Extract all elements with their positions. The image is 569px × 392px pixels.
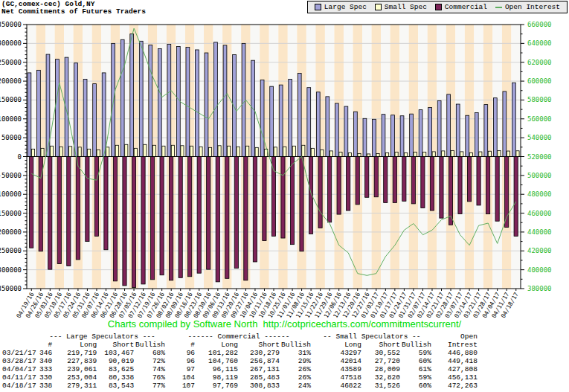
bar-commercial [411,157,415,204]
table-cell: 59% [401,349,432,357]
bar-small-spec [274,147,277,157]
bar-small-spec [218,146,221,157]
bar-small-spec [283,147,286,156]
bar-small-spec [50,146,53,156]
bar-large-spec [176,46,180,156]
bar-small-spec [78,147,81,157]
bar-commercial [123,157,126,286]
left-axis-label: -300000 [0,266,22,274]
bar-commercial [263,157,266,241]
bar-small-spec [339,152,342,156]
left-axis-label: -100000 [0,190,22,198]
bar-large-spec [373,119,376,156]
bar-large-spec [270,86,274,156]
bar-small-spec [144,144,147,156]
bar-large-spec [149,45,152,156]
bar-commercial [67,157,71,266]
bar-large-spec [167,44,171,156]
table-cell: 96 [166,357,196,365]
bar-commercial [113,157,117,281]
bar-commercial [48,157,52,270]
bar-commercial [421,157,425,208]
bar-small-spec [423,152,426,156]
right-axis-label: 560000 [527,115,552,123]
cot-report-page: (GC,comex-cec) Gold,NY Net Commitments o… [0,0,569,392]
table-cell: 346 [39,349,53,357]
bar-commercial [281,157,285,239]
bar-commercial [495,157,499,222]
table-cell: 03/28/17 [1,357,39,365]
table-group-header-row: --- Large Speculators --------- Commerci… [1,332,478,341]
bar-commercial [179,157,182,278]
table-cell: 29% [280,357,312,365]
table-cell: 72% [135,357,166,365]
table-header-cell: --- Large Speculators --- [39,332,166,341]
bar-large-spec [223,45,227,157]
table-cell: 43589 [312,365,362,373]
bar-large-spec [335,103,338,157]
bar-small-spec [199,147,202,156]
bar-small-spec [190,146,193,156]
bar-large-spec [410,114,414,156]
bar-small-spec [442,151,445,157]
table-cell: 04/18/17 [1,382,39,390]
bar-small-spec [516,151,519,157]
bar-large-spec [400,116,404,157]
left-axis-label: 0 [18,153,22,161]
right-axis-label: 640000 [527,39,552,47]
table-cell: 279,311 [53,382,97,390]
bar-commercial [86,157,89,242]
table-cell: 77% [135,382,166,390]
table-cell: 103,467 [97,349,135,357]
bar-large-spec [130,34,134,157]
right-axis-label: 380000 [527,285,552,292]
table-header-cell: Long [196,341,239,349]
table-cell: 26% [280,365,312,373]
bar-commercial [384,157,388,203]
bar-commercial [402,157,406,202]
right-axis-label: 540000 [527,134,552,141]
table-cell: 472,263 [432,382,478,390]
bar-large-spec [56,60,60,157]
bar-large-spec [437,100,441,156]
table-cell: 104 [166,373,196,382]
bar-large-spec [242,43,245,156]
right-axis-label: 520000 [527,153,552,161]
bar-large-spec [326,97,329,157]
cot-chart: 3500003000002500002000001500001000005000… [0,0,569,332]
bar-commercial [76,157,80,260]
table-cell: 285,483 [239,373,280,382]
table-cell: 227,839 [53,357,97,365]
bar-commercial [356,157,359,205]
right-axis-label: 580000 [527,96,552,103]
bar-large-spec [214,42,218,157]
bar-small-spec [292,146,295,156]
table-cell: 96 [166,349,196,357]
bar-large-spec [493,98,497,157]
table-cell: 59% [401,373,432,382]
table-cell: 26% [280,373,312,382]
bar-large-spec [419,110,422,157]
left-axis-label: 100000 [0,115,22,123]
bar-large-spec [512,83,515,156]
bar-small-spec [358,153,361,156]
bar-large-spec [382,115,385,157]
bar-small-spec [255,147,258,156]
bar-commercial [94,157,98,237]
table-column-header-row: #LongShortBullish#LongShortBullishLongSh… [1,341,478,349]
bar-small-spec [152,145,155,156]
table-cell: 42014 [312,357,362,365]
left-axis-label: -250000 [0,247,22,254]
table-cell: 449,418 [432,357,478,365]
bar-large-spec [139,41,143,156]
bar-commercial [430,157,434,211]
bar-commercial [337,157,341,215]
table-cell: 04/11/17 [1,373,39,382]
left-axis-label: 50000 [1,134,22,141]
table-cell: 97 [166,365,196,373]
right-axis-label: 620000 [527,59,552,66]
table-header-cell: -- Small Speculators -- [312,332,432,341]
bar-large-spec [466,115,469,156]
bar-large-spec [93,84,97,157]
table-header-cell: Bullish [280,341,312,349]
